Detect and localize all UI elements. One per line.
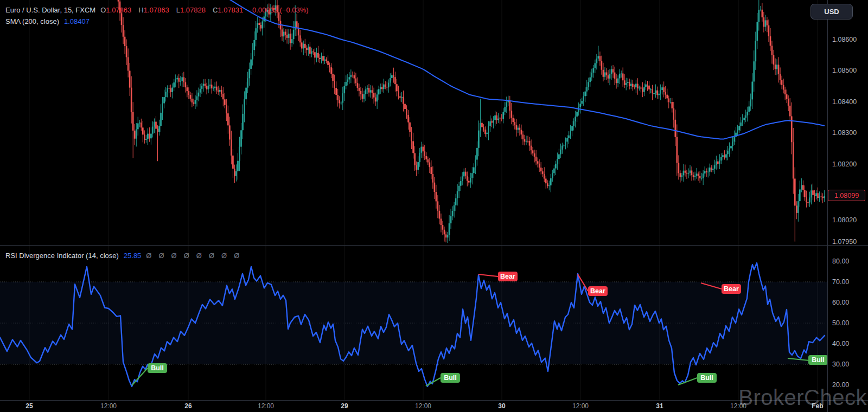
candle-body <box>660 90 661 94</box>
last-price-tag: 1.08099 <box>828 190 865 201</box>
candle-body <box>770 36 771 46</box>
time-axis-label: 29 <box>341 402 348 410</box>
candle-body <box>719 160 720 164</box>
candle-body <box>611 69 612 74</box>
candle-body <box>655 91 656 93</box>
time-axis-label: 12:00 <box>730 402 746 410</box>
svg-text:Bull: Bull <box>812 356 825 364</box>
bull-label: Bull <box>808 355 828 365</box>
candle-body <box>750 99 751 106</box>
candle-body <box>738 126 740 130</box>
ohlc-item: C1.07831 <box>213 4 243 16</box>
candle-wick <box>500 117 500 124</box>
candle-body <box>420 147 422 153</box>
candle-wick <box>742 114 743 126</box>
candle-body <box>603 70 604 77</box>
candle-body <box>716 162 717 165</box>
candle-body <box>591 73 592 78</box>
candle-body <box>465 172 467 176</box>
candle-body <box>342 93 343 102</box>
candle-body <box>178 78 180 82</box>
candle-body <box>167 88 168 92</box>
currency-toggle-button[interactable]: USD <box>810 4 853 20</box>
candle-body <box>396 84 398 91</box>
candle-body <box>399 96 401 98</box>
candle-body <box>198 93 200 96</box>
candle-body <box>488 126 489 132</box>
candle-body <box>460 181 462 186</box>
sma-label[interactable]: SMA (200, close) <box>5 16 59 27</box>
candle-body <box>134 131 136 139</box>
candle-wick <box>708 168 709 177</box>
candle-body <box>334 81 335 88</box>
candle-body <box>824 196 825 198</box>
candle-body <box>180 81 181 81</box>
candle-body <box>565 141 566 145</box>
bear-label: Bear <box>722 284 741 294</box>
candle-body <box>810 190 812 197</box>
candle-body <box>704 171 706 173</box>
candle-body <box>737 130 738 132</box>
candle-body <box>352 75 354 75</box>
candle-body <box>755 41 756 61</box>
candle-body <box>527 141 529 141</box>
candle-body <box>255 28 257 40</box>
time-axis[interactable]: 2512:002612:002912:003012:003112:00Feb <box>0 401 868 412</box>
rsi-axis-label: 20.00 <box>832 381 849 389</box>
rsi-axis-label: 40.00 <box>832 340 849 347</box>
pane-separator[interactable] <box>0 245 868 246</box>
candle-body <box>136 129 137 138</box>
candle-body <box>486 133 488 134</box>
candle-body <box>414 153 416 165</box>
candle-body <box>732 141 733 146</box>
candle-body <box>475 160 476 168</box>
candle-body <box>746 112 748 115</box>
candle-body <box>209 85 211 86</box>
candle-wick <box>329 62 330 72</box>
candle-body <box>373 93 375 98</box>
candle-body <box>304 44 306 48</box>
price-axis-label: 1.07950 <box>832 238 857 246</box>
symbol-title[interactable]: Euro / U.S. Dollar, 15, FXCM <box>5 4 95 16</box>
candle-body <box>427 159 429 162</box>
candle-body <box>518 128 519 130</box>
candle-body <box>214 87 216 88</box>
svg-text:Bull: Bull <box>700 374 713 382</box>
candle-body <box>568 136 570 138</box>
rsi-pane-chart[interactable]: BullBullBullBullBearBearBear <box>0 246 868 400</box>
price-pane-chart[interactable] <box>0 0 868 245</box>
price-axis[interactable]: 1.086001.085001.084001.083001.082001.080… <box>827 0 868 412</box>
candle-body <box>226 105 227 113</box>
candle-wick <box>647 81 648 91</box>
candle-body <box>493 120 494 123</box>
candle-body <box>789 106 791 117</box>
price-legend: Euro / U.S. Dollar, 15, FXCM O1.07863H1.… <box>5 4 309 27</box>
candle-body <box>637 83 639 88</box>
candle-body <box>703 173 704 178</box>
candle-body <box>550 178 552 185</box>
candle-body <box>229 125 231 139</box>
candle-body <box>404 104 406 109</box>
rsi-axis-label: 80.00 <box>832 258 849 265</box>
rsi-empty-value: Ø <box>184 252 189 260</box>
candle-body <box>445 234 447 237</box>
candle-body <box>457 191 458 198</box>
candle-body <box>434 183 436 192</box>
candle-body <box>360 91 362 94</box>
candle-body <box>751 82 753 100</box>
time-axis-label: 26 <box>184 402 192 410</box>
candle-body <box>776 65 778 69</box>
candle-body <box>502 112 504 119</box>
candle-wick <box>697 168 697 179</box>
candle-body <box>822 197 824 198</box>
candle-body <box>419 153 420 162</box>
rsi-empty-value: Ø <box>171 252 177 260</box>
candle-body <box>661 87 663 90</box>
candle-body <box>640 88 642 89</box>
candle-body <box>327 61 329 65</box>
candle-body <box>608 75 609 79</box>
candle-wick <box>690 165 691 176</box>
candle-wick <box>313 49 314 55</box>
candle-body <box>216 87 218 91</box>
rsi-indicator-label[interactable]: RSI Divergence Indicator (14, close) <box>5 252 119 260</box>
